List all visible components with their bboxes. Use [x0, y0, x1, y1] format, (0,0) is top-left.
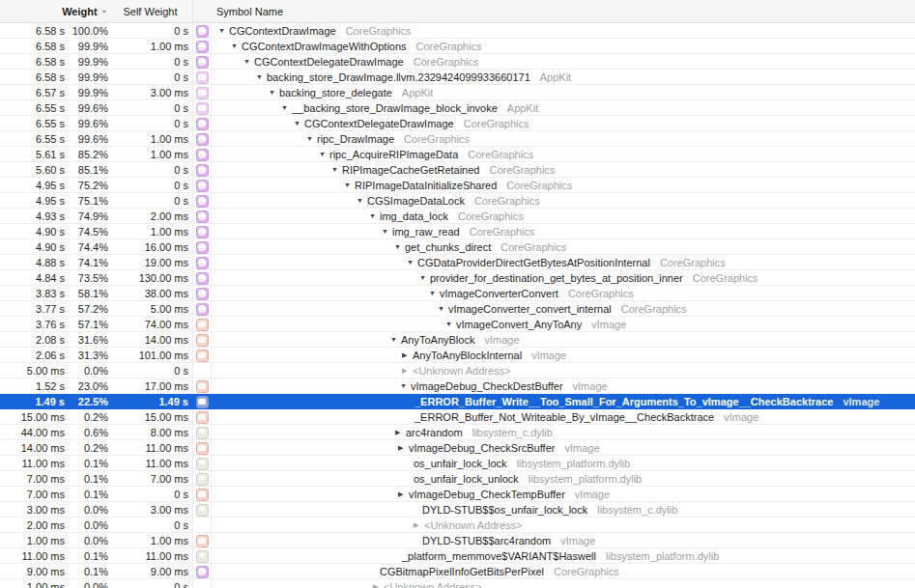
table-row[interactable]: 1.52 s23.0%17.00 ms▼vImageDebug_CheckDes…: [0, 378, 915, 394]
table-row[interactable]: 6.58 s99.9%0 s▼backing_store_DrawImage.l…: [0, 70, 915, 85]
column-header-symbol-name[interactable]: Symbol Name: [211, 6, 915, 17]
disclosure-collapsed-icon[interactable]: ▶: [414, 518, 424, 533]
disclosure-expanded-icon[interactable]: ▼: [357, 193, 367, 209]
framework-icon-coregraphics: [196, 180, 209, 192]
disclosure-expanded-icon[interactable]: ▼: [419, 270, 430, 286]
self-weight: 0 s: [108, 489, 188, 500]
weight-percent: 74.9%: [65, 210, 108, 222]
disclosure-expanded-icon[interactable]: ▼: [243, 54, 254, 70]
table-row[interactable]: 15.00 ms0.2%15.00 ms_ERROR_Buffer_Not_Wr…: [0, 409, 915, 425]
table-row[interactable]: 9.00 ms0.1%9.00 msCGBitmapPixelInfoGetBi…: [0, 564, 915, 579]
framework-icon-coregraphics: [196, 195, 209, 208]
weight-time: 9.00 ms: [0, 566, 65, 577]
table-row[interactable]: 7.00 ms0.1%7.00 ms✱os_unfair_lock_unlock…: [0, 471, 915, 487]
table-row[interactable]: 6.58 s100.0%0 s▼CGContextDrawImageCoreGr…: [0, 23, 915, 39]
table-row[interactable]: 2.00 ms0.0%0 s▶<Unknown Address>: [0, 518, 915, 533]
disclosure-expanded-icon[interactable]: ▼: [438, 301, 448, 317]
table-row[interactable]: 4.84 s73.5%130.00 ms▼provider_for_destin…: [0, 270, 915, 286]
disclosure-expanded-icon[interactable]: ▼: [369, 209, 380, 224]
disclosure-expanded-icon[interactable]: ▼: [390, 332, 401, 348]
table-row[interactable]: 2.08 s31.6%14.00 ms▼AnyToAnyBlockvImage: [0, 332, 915, 348]
disclosure-expanded-icon[interactable]: ▼: [394, 239, 405, 255]
table-row[interactable]: 3.83 s58.1%38.00 ms▼vImageConverterConve…: [0, 286, 915, 301]
disclosure-expanded-icon[interactable]: ▼: [382, 224, 392, 239]
table-row[interactable]: 2.06 s31.3%101.00 ms▶AnyToAnyBlockIntern…: [0, 348, 915, 363]
disclosure-collapsed-icon[interactable]: ▶: [402, 363, 413, 378]
table-row[interactable]: 3.00 ms0.0%3.00 ms✱DYLD-STUB$$os_unfair_…: [0, 502, 915, 518]
table-row[interactable]: 4.90 s74.5%1.00 ms▼img_raw_readCoreGraph…: [0, 224, 915, 239]
disclosure-collapsed-icon[interactable]: ▶: [398, 487, 409, 502]
disclosure-expanded-icon[interactable]: ▼: [294, 116, 304, 131]
table-row[interactable]: 6.55 s99.6%1.00 ms▼ripc_DrawImageCoreGra…: [0, 131, 915, 147]
symbol-cell: ▼AnyToAnyBlockvImage: [211, 332, 915, 348]
weight-time: 4.95 s: [0, 195, 65, 207]
table-row[interactable]: 6.57 s99.9%3.00 ms▼backing_store_delegat…: [0, 85, 915, 100]
table-row[interactable]: 1.49 s22.5%1.49 s_ERROR_Buffer_Write__To…: [0, 394, 915, 409]
table-row[interactable]: 6.55 s99.6%0 s▼CGContextDelegateDrawImag…: [0, 116, 915, 131]
disclosure-expanded-icon[interactable]: ▼: [256, 70, 267, 85]
table-row[interactable]: 5.61 s85.2%1.00 ms▼ripc_AcquireRIPImageD…: [0, 147, 915, 162]
disclosure-expanded-icon[interactable]: ▼: [400, 378, 411, 394]
table-row[interactable]: 6.55 s99.6%0 s▼__backing_store_DrawImage…: [0, 100, 915, 116]
library-icon-cell: [192, 332, 211, 348]
disclosure-expanded-icon[interactable]: ▼: [231, 39, 242, 54]
symbol-name: vImageConvert_AnyToAny: [456, 319, 582, 330]
framework-glyph: [198, 58, 206, 66]
table-row[interactable]: 14.00 ms0.2%11.00 ms▶vImageDebug_CheckSr…: [0, 440, 915, 456]
table-row[interactable]: 5.60 s85.1%0 s▼RIPImageCacheGetRetainedC…: [0, 162, 915, 178]
disclosure-collapsed-icon[interactable]: ▶: [373, 579, 384, 588]
framework-icon-appkit: [196, 71, 209, 84]
disclosure-collapsed-icon[interactable]: ▶: [398, 440, 409, 456]
table-row[interactable]: 3.76 s57.1%74.00 ms▼vImageConvert_AnyToA…: [0, 317, 915, 332]
table-row[interactable]: 11.00 ms0.1%11.00 ms✱os_unfair_lock_lock…: [0, 456, 915, 471]
library-icon-cell: [192, 162, 211, 178]
disclosure-expanded-icon[interactable]: ▼: [218, 23, 229, 39]
disclosure-expanded-icon[interactable]: ▼: [306, 131, 317, 147]
table-row[interactable]: 44.00 ms0.6%8.00 ms✱▶arc4randomlibsystem…: [0, 425, 915, 440]
symbol-cell: ▼backing_store_DrawImage.llvm.2329424099…: [211, 70, 915, 85]
disclosure-expanded-icon[interactable]: ▼: [445, 317, 456, 332]
disclosure-expanded-icon[interactable]: ▼: [281, 100, 292, 116]
library-icon-cell: [192, 564, 211, 579]
table-row[interactable]: 1.00 ms0.0%0 s▶<Unknown Address>: [0, 579, 915, 588]
disclosure-expanded-icon[interactable]: ▼: [407, 255, 417, 270]
framework-icon-coregraphics: [196, 303, 209, 316]
table-row[interactable]: 4.88 s74.1%19.00 ms▼CGDataProviderDirect…: [0, 255, 915, 270]
table-row[interactable]: 4.95 s75.2%0 s▼RIPImageDataInitializeSha…: [0, 178, 915, 193]
table-row[interactable]: 6.58 s99.9%0 s▼CGContextDelegateDrawImag…: [0, 54, 915, 70]
self-weight: 1.00 ms: [108, 133, 188, 145]
disclosure-expanded-icon[interactable]: ▼: [269, 85, 279, 100]
weight-percent: 99.9%: [65, 41, 108, 52]
table-row[interactable]: 1.00 ms0.0%1.00 msDYLD-STUB$$arc4randomv…: [0, 533, 915, 548]
weight-time: 4.90 s: [0, 241, 65, 253]
disclosure-collapsed-icon[interactable]: ▶: [395, 425, 406, 440]
dylib-gear-icon: ✱: [196, 473, 209, 486]
disclosure-collapsed-icon[interactable]: ▶: [402, 348, 413, 363]
library-name: vImage: [591, 319, 626, 330]
library-name: CoreGraphics: [474, 195, 540, 207]
table-row[interactable]: 11.00 ms0.1%11.00 ms✱_platform_memmove$V…: [0, 548, 915, 564]
symbol-name: vImageConverterConvert: [440, 288, 558, 299]
weight-time: 3.00 ms: [0, 504, 65, 516]
disclosure-expanded-icon[interactable]: ▼: [429, 286, 440, 301]
table-row[interactable]: 3.77 s57.2%5.00 ms▼vImageConverter_conve…: [0, 301, 915, 317]
symbol-cell: ▼__backing_store_DrawImage_block_invokeA…: [211, 100, 915, 116]
column-header-weight[interactable]: Weight ⌄: [0, 6, 108, 17]
self-weight: 101.00 ms: [108, 350, 188, 361]
disclosure-expanded-icon[interactable]: ▼: [331, 162, 342, 178]
column-header-self-weight[interactable]: Self Weight: [108, 6, 192, 17]
disclosure-expanded-icon[interactable]: ▼: [319, 147, 329, 162]
table-row[interactable]: 7.00 ms0.1%0 s▶vImageDebug_CheckTempBuff…: [0, 487, 915, 502]
library-icon-cell: [192, 131, 211, 147]
table-row[interactable]: 5.00 ms0.0%0 s▶<Unknown Address>: [0, 363, 915, 378]
table-row[interactable]: 4.95 s75.1%0 s▼CGSImageDataLockCoreGraph…: [0, 193, 915, 209]
table-row[interactable]: 4.93 s74.9%2.00 ms▼img_data_lockCoreGrap…: [0, 209, 915, 224]
symbol-name: backing_store_delegate: [279, 87, 392, 98]
disclosure-expanded-icon[interactable]: ▼: [344, 178, 355, 193]
framework-icon-coregraphics: [196, 25, 209, 38]
table-row[interactable]: 4.90 s74.4%16.00 ms▼get_chunks_directCor…: [0, 239, 915, 255]
weight-percent: 22.5%: [65, 396, 108, 407]
self-weight: 38.00 ms: [108, 288, 188, 299]
symbol-cell: DYLD-STUB$$os_unfair_lock_locklibsystem_…: [211, 502, 915, 518]
table-row[interactable]: 6.58 s99.9%1.00 ms▼CGContextDrawImageWit…: [0, 39, 915, 54]
